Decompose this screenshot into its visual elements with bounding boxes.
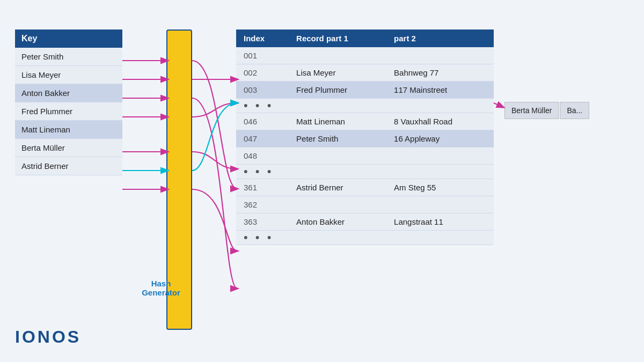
table-row: 002 Lisa Meyer Bahnweg 77 — [236, 64, 494, 82]
table-row-047: 047 Peter Smith 16 Appleway — [236, 130, 494, 147]
table-dots-3: • • • — [236, 231, 494, 245]
key-row-fred: Fred Plummer — [15, 102, 122, 121]
key-table: Key Peter Smith Lisa Meyer Anton Bakker … — [15, 29, 122, 175]
overflow-cell-1: Berta Müller — [504, 102, 559, 119]
ionos-logo: IONOS — [15, 327, 81, 347]
table-dots-2: • • • — [236, 165, 494, 179]
svg-line-8 — [494, 103, 503, 107]
key-row-berta: Berta Müller — [15, 139, 122, 157]
table-row: 363 Anton Bakker Langstraat 11 — [236, 213, 494, 231]
table-dots-1: • • • — [236, 99, 494, 113]
key-row-anton: Anton Bakker — [15, 84, 122, 102]
table-row: 362 — [236, 196, 494, 213]
table-row: 001 — [236, 47, 494, 64]
table-row: 361 Astrid Berner Am Steg 55 — [236, 179, 494, 196]
table-row-003: 003 Fred Plummer 117 Mainstreet — [236, 82, 494, 99]
table-row: 046 Matt Lineman 8 Vauxhall Road — [236, 113, 494, 130]
key-table-header: Key — [15, 29, 122, 48]
record-table: Index Record part 1 part 2 001 002 Lisa … — [236, 29, 494, 245]
key-row-lisa: Lisa Meyer — [15, 66, 122, 84]
col-index: Index — [236, 29, 289, 47]
overflow-cell-2: Ba... — [560, 102, 589, 119]
overflow-record: Berta Müller Ba... — [504, 102, 589, 119]
key-row-astrid: Astrid Berner — [15, 157, 122, 175]
col-part1: Record part 1 — [289, 29, 386, 47]
table-row: 048 — [236, 147, 494, 165]
col-part2: part 2 — [386, 29, 494, 47]
key-row-matt: Matt Lineman — [15, 121, 122, 139]
key-row-peter: Peter Smith — [15, 48, 122, 66]
hash-label: HashGenerator — [129, 279, 193, 297]
